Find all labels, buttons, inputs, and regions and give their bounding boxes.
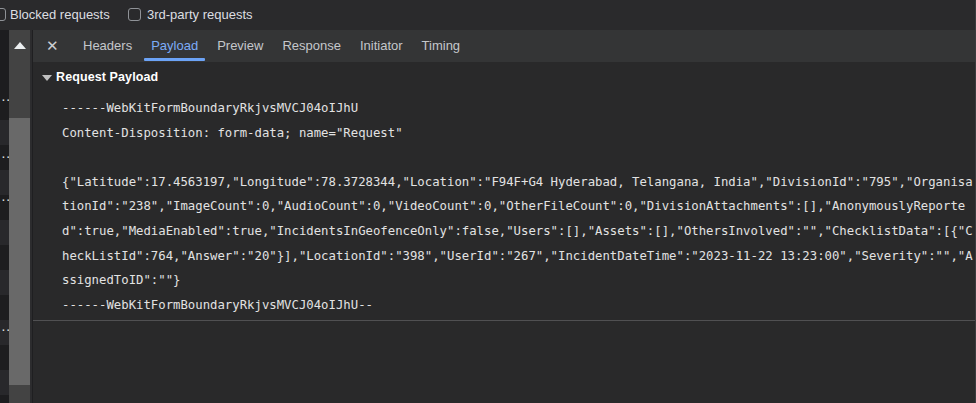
sort-ascending-icon[interactable] (14, 42, 26, 49)
payload-line: {"Latitude":17.4563197,"Longitude":78.37… (62, 170, 976, 195)
third-party-requests-label[interactable]: 3rd-party requests (147, 7, 253, 22)
payload-line: Content-Disposition: form-data; name="Re… (62, 121, 976, 146)
request-list-scrollbar[interactable] (9, 30, 32, 403)
payload-bottom-border (33, 320, 976, 321)
scrollbar-thumb[interactable] (9, 118, 30, 385)
request-list-rows (0, 95, 9, 403)
request-list-item[interactable]: ·· (1, 98, 9, 104)
request-list-item[interactable]: ·· (1, 155, 9, 161)
payload-line: ssignedToID":""} (62, 268, 976, 293)
payload-line: ------WebKitFormBoundaryRkjvsMVCJ04oIJhU (62, 96, 976, 121)
blocked-requests-checkbox[interactable] (0, 8, 6, 21)
devtools-network-panel: Blocked requests 3rd-party requests ·· ·… (0, 0, 976, 403)
third-party-requests-checkbox[interactable] (128, 8, 141, 21)
disclosure-triangle-icon[interactable] (42, 75, 52, 81)
tab-initiator[interactable]: Initiator (360, 30, 403, 62)
close-icon[interactable]: ✕ (46, 37, 64, 55)
details-tab-bar: ✕ Headers Payload Preview Response Initi… (33, 30, 976, 62)
request-payload-section-header[interactable]: Request Payload (42, 70, 158, 84)
payload-source-view: ------WebKitFormBoundaryRkjvsMVCJ04oIJhU… (62, 96, 976, 403)
tab-timing[interactable]: Timing (422, 30, 461, 62)
payload-line: d":true,"MediaEnabled":true,"IncidentsIn… (62, 219, 976, 244)
payload-line: tionId":"238","ImageCount":0,"AudioCount… (62, 194, 976, 219)
request-list-collapsed[interactable]: ·· ·· ·· ·· (0, 30, 9, 403)
payload-line: ------WebKitFormBoundaryRkjvsMVCJ04oIJhU… (62, 293, 976, 318)
tab-preview[interactable]: Preview (217, 30, 263, 62)
tab-headers[interactable]: Headers (83, 30, 132, 62)
payload-line (62, 145, 976, 170)
blocked-requests-label[interactable]: Blocked requests (10, 7, 110, 22)
payload-line: heckListId":764,"Answer":"20"}],"Locatio… (62, 244, 976, 269)
request-details-pane: ✕ Headers Payload Preview Response Initi… (32, 30, 976, 403)
request-list-item[interactable]: ·· (1, 328, 9, 334)
request-payload-title: Request Payload (56, 70, 158, 84)
tab-response[interactable]: Response (282, 30, 341, 62)
network-filter-bar: Blocked requests 3rd-party requests (0, 0, 976, 30)
payload-tab-content: Request Payload ------WebKitFormBoundary… (33, 62, 976, 403)
tab-payload[interactable]: Payload (151, 30, 198, 62)
request-list-item[interactable]: ·· (1, 198, 9, 204)
